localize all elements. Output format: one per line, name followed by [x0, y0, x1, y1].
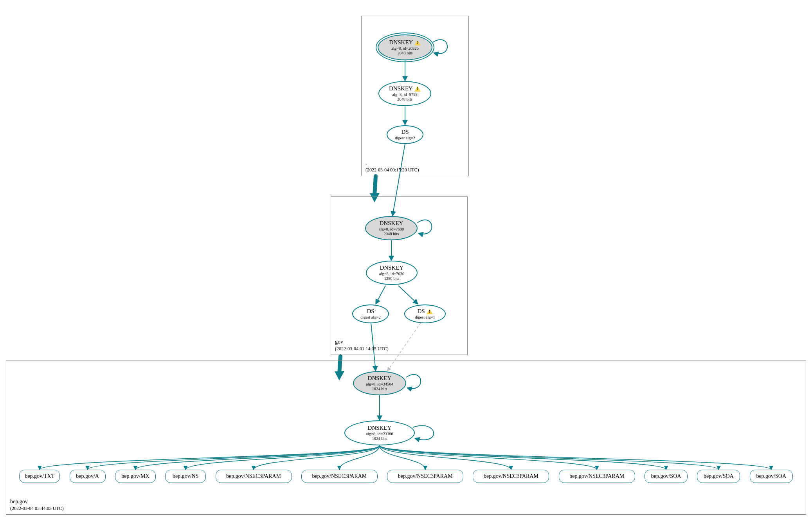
leaf-record-label: bep.gov/NSEC3PARAM [312, 473, 367, 479]
leaf-record[interactable]: bep.gov/A [70, 470, 106, 483]
node-root-ds[interactable]: DS digest alg=2 [387, 125, 423, 144]
node-bep-ksk-line2: 1024 bits [372, 387, 387, 391]
leaf-record[interactable]: bep.gov/NSEC3PARAM [387, 470, 463, 483]
node-bep-ksk-title: DNSKEY [368, 375, 392, 382]
node-bep-ksk[interactable]: DNSKEY alg=8, id=34504 1024 bits [353, 371, 406, 395]
leaf-record-label: bep.gov/NS [173, 473, 199, 479]
node-root-ds-line1: digest alg=2 [395, 136, 415, 141]
zone-gov-name: gov [335, 339, 343, 345]
warning-icon [414, 40, 421, 45]
node-root-ds-title: DS [401, 129, 409, 135]
node-gov-zsk-line2: 1280 bits [384, 276, 400, 281]
node-gov-ds1[interactable]: DS digest alg=2 [352, 304, 389, 323]
node-root-zsk[interactable]: DNSKEY alg=8, id=9799 2048 bits [378, 81, 431, 106]
node-bep-zsk-line2: 1024 bits [372, 436, 387, 441]
zone-gov-label: gov (2022-03-04 01:14:05 UTC) [335, 339, 389, 352]
leaf-record[interactable]: bep.gov/NSEC3PARAM [301, 470, 378, 483]
node-root-zsk-title: DNSKEY [389, 85, 413, 92]
node-bep-zsk-line1: alg=8, id=23388 [366, 432, 393, 436]
leaf-record-label: bep.gov/SOA [756, 473, 786, 479]
leaf-record-label: bep.gov/NSEC3PARAM [569, 473, 624, 479]
node-gov-ds1-line1: digest alg=2 [360, 315, 381, 320]
zone-bepgov-label: bep.gov (2022-03-04 03:44:03 UTC) [10, 499, 64, 512]
leaf-record[interactable]: bep.gov/NSEC3PARAM [559, 470, 635, 483]
leaf-record[interactable]: bep.gov/SOA [750, 470, 793, 483]
zone-gov-ts: (2022-03-04 01:14:05 UTC) [335, 346, 389, 351]
leaf-record[interactable]: bep.gov/NSEC3PARAM [216, 470, 292, 483]
node-gov-ksk-title: DNSKEY [380, 220, 403, 227]
leaf-record[interactable]: bep.gov/SOA [697, 470, 740, 483]
node-gov-ksk-line2: 2048 bits [384, 232, 399, 236]
leaf-record[interactable]: bep.gov/NS [165, 470, 206, 483]
warning-icon [427, 309, 433, 314]
node-root-ksk-line2: 2048 bits [398, 51, 413, 56]
node-gov-ksk[interactable]: DNSKEY alg=8, id=7698 2048 bits [365, 216, 418, 240]
node-bep-ksk-line1: alg=8, id=34504 [366, 382, 393, 387]
zone-root-label: . (2022-03-04 00:15:20 UTC) [365, 160, 419, 173]
zone-bepgov-ts: (2022-03-04 03:44:03 UTC) [10, 506, 64, 511]
node-gov-zsk-title: DNSKEY [380, 265, 404, 271]
node-gov-ds2-line1: digest alg=1 [415, 315, 435, 320]
leaf-record-label: bep.gov/TXT [25, 473, 54, 479]
node-gov-ds2[interactable]: DS digest alg=1 [404, 304, 446, 323]
node-root-zsk-line1: alg=8, id=9799 [392, 92, 417, 97]
leaf-record[interactable]: bep.gov/NSEC3PARAM [473, 470, 549, 483]
node-bep-zsk-title: DNSKEY [368, 425, 392, 431]
leaf-record-label: bep.gov/NSEC3PARAM [398, 473, 453, 479]
node-root-ksk[interactable]: DNSKEY alg=8, id=20326 2048 bits [378, 34, 432, 60]
leaf-record-label: bep.gov/NSEC3PARAM [484, 473, 538, 479]
leaf-record-label: bep.gov/NSEC3PARAM [226, 473, 281, 479]
node-bep-zsk[interactable]: DNSKEY alg=8, id=23388 1024 bits [344, 420, 415, 445]
leaf-record-label: bep.gov/MX [121, 473, 149, 479]
warning-icon [414, 86, 421, 92]
node-gov-ds1-title: DS [367, 308, 374, 315]
zone-bepgov-name: bep.gov [10, 499, 28, 504]
node-root-ksk-title: DNSKEY [389, 39, 413, 46]
zone-root-name: . [365, 160, 367, 166]
leaf-record-label: bep.gov/SOA [651, 473, 681, 479]
node-root-ksk-line1: alg=8, id=20326 [391, 46, 419, 51]
diagram-canvas: . (2022-03-04 00:15:20 UTC) gov (2022-03… [0, 0, 812, 526]
node-root-zsk-line2: 2048 bits [397, 97, 412, 102]
leaf-record[interactable]: bep.gov/MX [115, 470, 156, 483]
node-gov-ds2-title: DS [417, 308, 425, 315]
leaf-record-label: bep.gov/A [76, 473, 99, 479]
node-gov-zsk-line1: alg=8, id=7030 [379, 272, 404, 276]
node-gov-ksk-line1: alg=8, id=7698 [379, 227, 404, 232]
leaf-record[interactable]: bep.gov/SOA [645, 470, 688, 483]
node-gov-zsk[interactable]: DNSKEY alg=8, id=7030 1280 bits [366, 261, 418, 285]
leaf-record[interactable]: bep.gov/TXT [19, 470, 60, 483]
leaf-record-label: bep.gov/SOA [704, 473, 734, 479]
zone-root-ts: (2022-03-04 00:15:20 UTC) [365, 167, 419, 173]
